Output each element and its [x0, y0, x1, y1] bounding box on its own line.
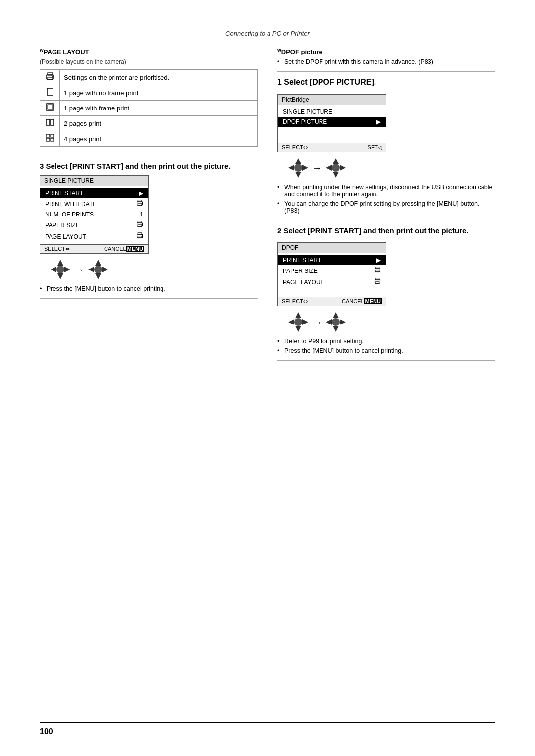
screen-body: PRINT START ▶ PRINT WITH DATE [40, 186, 148, 244]
page-header-title: Connecting to a PC or Printer [40, 30, 495, 37]
navigation-arrows-left: → [50, 259, 258, 280]
svg-rect-7 [46, 119, 50, 125]
printer-icon [46, 72, 54, 81]
dpad-right-r1 [325, 157, 347, 179]
svg-rect-4 [47, 88, 53, 95]
layout-table-cell: 4 pages print [60, 131, 258, 147]
step1-heading: 1 Select [DPOF PICTURE]. [277, 78, 495, 89]
svg-point-41 [332, 164, 340, 172]
two-column-layout: wPAGE LAYOUT (Possible layouts on the ca… [40, 47, 495, 367]
layout-table: Settings on the printer are prioritised.… [40, 69, 258, 147]
screen-row-print-start: PRINT START ▶ [40, 188, 148, 198]
arrow-right-r2: → [312, 317, 322, 328]
screen-header-2: DPOF [278, 243, 386, 253]
dpad-left-r2 [287, 311, 309, 333]
step2-bullet-1: Refer to P99 for print setting. [277, 338, 495, 345]
icon-cell [40, 70, 60, 85]
printer-icon-small3 [136, 232, 143, 239]
divider-dpof [277, 71, 495, 72]
svg-marker-50 [288, 319, 294, 325]
svg-rect-10 [51, 134, 54, 137]
step2-screen: DPOF PRINT START ▶ PAPER SIZE [277, 242, 386, 306]
screen-header-1: PictBridge [278, 95, 386, 105]
svg-marker-48 [295, 312, 301, 318]
svg-marker-25 [64, 267, 70, 272]
svg-rect-6 [48, 105, 53, 109]
svg-point-31 [94, 266, 102, 273]
step1-screen: PictBridge SINGLE PICTURE DPOF PICTURE ▶… [277, 94, 386, 152]
right-column: wDPOF picture Set the DPOF print with th… [277, 47, 495, 367]
svg-marker-37 [333, 158, 339, 164]
svg-rect-8 [51, 119, 54, 125]
frame-icon [46, 103, 54, 111]
screen-body-1: SINGLE PICTURE DPOF PICTURE ▶ [278, 105, 386, 143]
svg-marker-54 [333, 326, 339, 332]
printer-icon-s4 [374, 267, 381, 273]
svg-marker-51 [302, 319, 308, 325]
dpof-heading: wDPOF picture [277, 47, 495, 55]
svg-marker-39 [326, 165, 332, 171]
layout-table-cell: 2 pages print [60, 116, 258, 131]
step3-screen: SINGLE PICTURE PRINT START ▶ PRINT WITH … [40, 175, 149, 254]
step1-bullet-1: When printing under the new settings, di… [277, 184, 495, 198]
screen-body-2: PRINT START ▶ PAPER SIZE [278, 253, 386, 297]
page-layout-heading: wPAGE LAYOUT [40, 47, 258, 55]
arrow-right-r1: → [312, 162, 322, 174]
svg-marker-56 [340, 319, 346, 325]
svg-marker-34 [288, 165, 294, 171]
svg-point-57 [332, 318, 340, 326]
screen-header-text: SINGLE PICTURE [44, 177, 94, 184]
table-row: Settings on the printer are prioritised. [40, 70, 258, 85]
svg-marker-22 [57, 260, 63, 266]
svg-marker-30 [102, 267, 108, 272]
screen-row-paper-size: PAPER SIZE [40, 219, 148, 231]
screen-row-paper-size-2: PAPER SIZE [278, 265, 386, 276]
svg-rect-9 [46, 134, 50, 137]
table-row: 1 page with frame print [40, 101, 258, 116]
page-container: Connecting to a PC or Printer wPAGE LAYO… [0, 0, 535, 756]
svg-marker-40 [340, 165, 346, 171]
footer-right-1: SET◁ [368, 144, 382, 151]
svg-marker-28 [95, 273, 101, 279]
step2-heading: 2 Select [PRINT START] and then print ou… [277, 226, 495, 237]
page-number: 100 [40, 727, 53, 736]
layout-table-cell: 1 page with no frame print [60, 85, 258, 101]
svg-point-52 [294, 318, 302, 326]
screen-row-single-picture: SINGLE PICTURE [278, 107, 386, 117]
page-number-bar: 100 [40, 722, 495, 736]
dpad-left [50, 259, 71, 280]
screen-header-text-2: DPOF [282, 244, 298, 251]
screen-footer-2: SELECT⇔ CANCELMENU [278, 297, 386, 306]
svg-rect-11 [46, 138, 50, 141]
printer-icon-s5 [374, 278, 381, 285]
screen-spacer [278, 127, 386, 141]
w-prefix: w [40, 47, 44, 53]
step2-bullet-2: Press the [MENU] button to cancel printi… [277, 347, 495, 354]
icon-cell [40, 131, 60, 147]
svg-marker-55 [326, 319, 332, 325]
screen-header-text-1: PictBridge [282, 96, 309, 103]
screen-header: SINGLE PICTURE [40, 176, 148, 186]
divider-step2 [277, 220, 495, 220]
screen-spacer-2 [278, 288, 386, 295]
table-row: 2 pages print [40, 116, 258, 131]
svg-marker-49 [295, 326, 301, 332]
svg-marker-23 [57, 273, 63, 279]
icon-cell [40, 116, 60, 131]
icon-cell [40, 101, 60, 116]
svg-point-3 [52, 76, 53, 77]
printer-icon-small2 [136, 221, 143, 228]
screen-footer-1: SELECT⇔ SET◁ [278, 143, 386, 152]
divider [40, 156, 258, 156]
dpad-left-r1 [287, 157, 309, 179]
svg-marker-53 [333, 312, 339, 318]
navigation-arrows-right2: → [287, 311, 495, 333]
left-column: wPAGE LAYOUT (Possible layouts on the ca… [40, 47, 258, 367]
table-row: 4 pages print [40, 131, 258, 147]
navigation-arrows-right1: → [287, 157, 495, 179]
icon-cell [40, 85, 60, 101]
svg-marker-32 [295, 158, 301, 164]
table-row: 1 page with no frame print [40, 85, 258, 101]
screen-row-num-prints: NUM. OF PRINTS 1 [40, 210, 148, 219]
divider-bottom-right [277, 360, 495, 361]
